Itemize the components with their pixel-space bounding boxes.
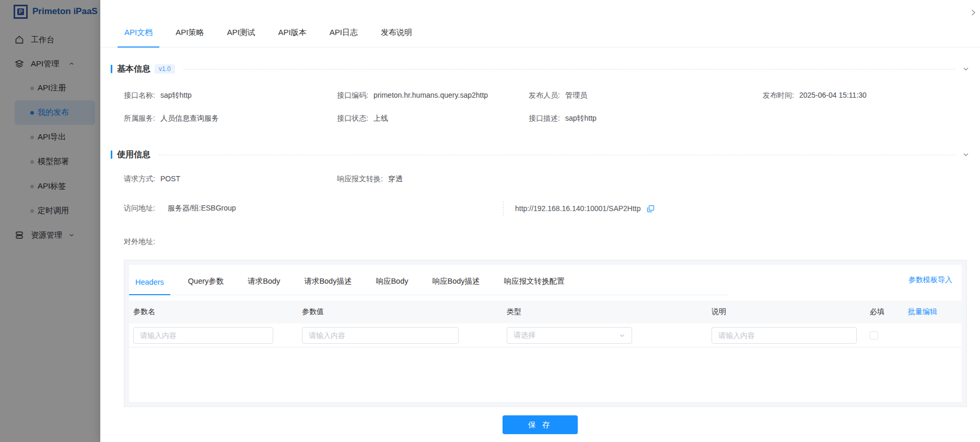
tab-api-test[interactable]: API测试 bbox=[220, 28, 262, 47]
col-required: 必填 bbox=[866, 307, 904, 317]
tab-api-doc[interactable]: API文档 bbox=[118, 28, 159, 47]
field-access-address: 访问地址: 服务器/组:ESBGroup bbox=[124, 204, 503, 213]
tab-api-version[interactable]: API版本 bbox=[272, 28, 313, 47]
field-service: 所属服务:人员信息查询服务 bbox=[124, 114, 337, 123]
basic-info-row-1: 接口名称:sap转http 接口编码:primeton.hr.humans.qu… bbox=[100, 84, 980, 107]
field-external-address: 对外地址: bbox=[124, 237, 155, 247]
drawer-overlay-mask[interactable] bbox=[0, 0, 100, 442]
tab-request-body[interactable]: 请求Body bbox=[241, 276, 286, 295]
param-name-input[interactable] bbox=[133, 327, 273, 344]
field-publish-time: 发布时间:2025-06-04 15:11:30 bbox=[763, 91, 970, 100]
sidebar: P Primeton iPaaS 工作台 API管理 API注册 bbox=[0, 0, 100, 442]
tab-response-body[interactable]: 响应Body bbox=[369, 276, 414, 295]
col-param-value: 参数值 bbox=[298, 307, 503, 317]
chevron-right-icon[interactable] bbox=[969, 8, 977, 17]
batch-edit-link[interactable]: 批量编辑 bbox=[908, 307, 937, 316]
external-address-row: 对外地址: bbox=[100, 230, 980, 253]
app-root: P Primeton iPaaS 工作台 API管理 API注册 bbox=[0, 0, 980, 442]
col-param-name: 参数名 bbox=[129, 307, 298, 317]
section-title: 使用信息 bbox=[117, 149, 150, 160]
field-request-method: 请求方式:POST bbox=[124, 175, 337, 184]
field-response-transform: 响应报文转换:穿透 bbox=[337, 175, 529, 184]
field-interface-desc: 接口描述:sap转http bbox=[529, 114, 763, 123]
tab-request-body-desc[interactable]: 请求Body描述 bbox=[298, 276, 358, 295]
tab-api-policy[interactable]: API策略 bbox=[169, 28, 211, 47]
access-url: http://192.168.16.140:10001/SAP2Http bbox=[515, 204, 641, 213]
save-row: 保 存 bbox=[100, 415, 980, 434]
copy-icon[interactable] bbox=[646, 204, 655, 213]
field-interface-code: 接口编码:primeton.hr.humans.query.sap2http bbox=[337, 91, 529, 100]
drawer-tab-bar: API文档 API策略 API测试 API版本 API日志 发布说明 bbox=[100, 0, 980, 48]
param-type-select[interactable]: 请选择 bbox=[507, 327, 632, 344]
field-publisher: 发布人员:管理员 bbox=[529, 91, 763, 100]
basic-info-row-2: 所属服务:人员信息查询服务 接口状态:上线 接口描述:sap转http bbox=[100, 107, 980, 130]
field-interface-name: 接口名称:sap转http bbox=[124, 91, 337, 100]
tab-query-params[interactable]: Query参数 bbox=[182, 276, 230, 295]
field-interface-status: 接口状态:上线 bbox=[337, 114, 529, 123]
usage-info-header: 使用信息 bbox=[111, 149, 970, 160]
param-table-row: 请选择 bbox=[129, 323, 962, 347]
section-accent-bar bbox=[111, 65, 112, 73]
section-divider bbox=[159, 155, 955, 155]
select-arrow-icon bbox=[619, 332, 625, 339]
tab-headers[interactable]: Headers bbox=[129, 278, 170, 295]
tab-bar-filler bbox=[571, 265, 728, 295]
param-template-import-link[interactable]: 参数模板导入 bbox=[899, 265, 962, 295]
parameter-tabs: Headers Query参数 请求Body 请求Body描述 响应Body 响… bbox=[129, 265, 571, 295]
param-desc-input[interactable] bbox=[711, 327, 857, 344]
version-badge: v1.0 bbox=[155, 64, 175, 74]
chevron-down-icon[interactable] bbox=[962, 151, 970, 158]
section-divider bbox=[183, 69, 955, 69]
tab-api-log[interactable]: API日志 bbox=[323, 28, 365, 47]
tab-response-body-desc[interactable]: 响应Body描述 bbox=[426, 276, 486, 295]
parameter-tab-bar: Headers Query参数 请求Body 请求Body描述 响应Body 响… bbox=[129, 265, 962, 295]
parameter-panel-body: Headers Query参数 请求Body 请求Body描述 响应Body 响… bbox=[129, 265, 962, 402]
save-button[interactable]: 保 存 bbox=[503, 415, 578, 434]
drawer-panel: API文档 API策略 API测试 API版本 API日志 发布说明 基本信息 … bbox=[100, 0, 980, 442]
section-accent-bar bbox=[111, 150, 112, 159]
tab-release-notes[interactable]: 发布说明 bbox=[374, 28, 419, 47]
section-title: 基本信息 bbox=[117, 64, 150, 75]
col-type: 类型 bbox=[503, 307, 707, 317]
required-checkbox[interactable] bbox=[870, 331, 878, 340]
vertical-divider bbox=[503, 201, 504, 216]
col-description: 说明 bbox=[707, 307, 866, 317]
parameter-panel: Headers Query参数 请求Body 请求Body描述 响应Body 响… bbox=[124, 260, 967, 407]
usage-info-row-1: 请求方式:POST 响应报文转换:穿透 bbox=[100, 168, 980, 191]
chevron-down-icon[interactable] bbox=[962, 65, 970, 73]
param-value-input[interactable] bbox=[302, 327, 459, 344]
access-address-row: 访问地址: 服务器/组:ESBGroup http://192.168.16.1… bbox=[100, 194, 980, 223]
tab-response-transform-config[interactable]: 响应报文转换配置 bbox=[498, 276, 571, 295]
param-table-header: 参数名 参数值 类型 说明 必填 批量编辑 bbox=[129, 300, 962, 323]
basic-info-header: 基本信息 v1.0 bbox=[111, 63, 970, 75]
